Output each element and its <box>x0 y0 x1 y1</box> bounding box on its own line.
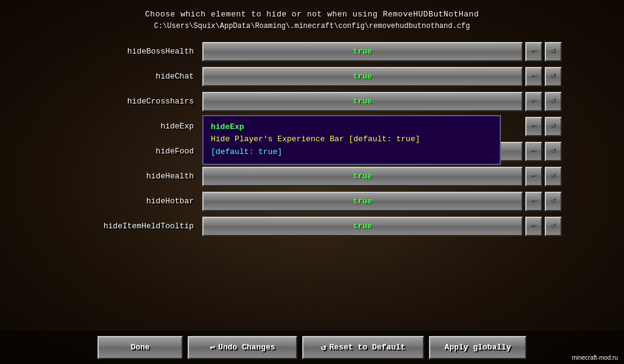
label-hidefood: hideFood <box>62 147 202 156</box>
tooltip-description: Hide Player's Experience Bar [default: t… <box>211 133 492 146</box>
reset-btn-hidebosshealth[interactable]: ↺ <box>545 42 562 61</box>
undo-label: Undo Changes <box>218 343 275 352</box>
setting-row-hideitemheldtooltip: hideItemHeldTooltip true ↩ ↺ <box>62 215 562 238</box>
value-text-hidecrosshairs: true <box>353 97 372 106</box>
label-hideitemheldtooltip: hideItemHeldTooltip <box>62 222 202 231</box>
value-btn-hidechat[interactable]: true <box>202 67 523 86</box>
setting-row-hidehealth: hideHealth true ↩ ↺ <box>62 165 562 188</box>
tooltip-popup: hideExp Hide Player's Experience Bar [de… <box>202 115 501 165</box>
header: Choose which element to hide or not when… <box>145 9 479 32</box>
setting-row-hidechat: hideChat true ↩ ↺ <box>62 65 562 88</box>
apply-globally-button[interactable]: Apply globally <box>429 336 526 359</box>
undo-btn-hidecrosshairs[interactable]: ↩ <box>525 92 542 111</box>
undo-btn-hideitemheldtooltip[interactable]: ↩ <box>525 217 542 236</box>
undo-btn-hidehealth[interactable]: ↩ <box>525 167 542 186</box>
setting-row-hidebosshealth: hideBossHealth true ↩ ↺ <box>62 40 562 63</box>
undo-btn-hidechat[interactable]: ↩ <box>525 67 542 86</box>
reset-btn-hideitemheldtooltip[interactable]: ↺ <box>545 217 562 236</box>
value-text-hidehotbar: true <box>353 197 372 206</box>
reset-btn-hidechat[interactable]: ↺ <box>545 67 562 86</box>
value-btn-hidecrosshairs[interactable]: true <box>202 92 523 111</box>
label-hideexp: hideExp <box>62 122 202 131</box>
main-container: Choose which element to hide or not when… <box>0 0 624 364</box>
undo-btn-hidebosshealth[interactable]: ↩ <box>525 42 542 61</box>
tooltip-default: [default: true] <box>211 146 492 159</box>
label-hidecrosshairs: hideCrosshairs <box>62 97 202 106</box>
reset-btn-hidefood[interactable]: ↺ <box>545 142 562 161</box>
value-btn-hidehealth[interactable]: true <box>202 167 523 186</box>
bottom-bar: Done ↩ Undo Changes ↺ Reset to Default A… <box>0 331 624 364</box>
setting-row-hidecrosshairs: hideCrosshairs true ↩ ↺ <box>62 90 562 113</box>
reset-btn-hidehealth[interactable]: ↺ <box>545 167 562 186</box>
settings-list: hideBossHealth true ↩ ↺ hideChat true ↩ … <box>62 40 562 238</box>
setting-row-hideexp: hideExp true ↩ ↺ hideExp Hide Player's E… <box>62 115 562 138</box>
value-btn-hidebosshealth[interactable]: true <box>202 42 523 61</box>
undo-icon: ↩ <box>210 342 214 352</box>
header-title: Choose which element to hide or not when… <box>145 9 479 21</box>
apply-label: Apply globally <box>444 343 511 352</box>
undo-changes-button[interactable]: ↩ Undo Changes <box>188 336 297 359</box>
setting-row-hidehotbar: hideHotbar true ↩ ↺ <box>62 190 562 213</box>
reset-label: Reset to Default <box>329 343 405 352</box>
label-hidechat: hideChat <box>62 72 202 81</box>
label-hidehealth: hideHealth <box>62 172 202 181</box>
undo-btn-hidefood[interactable]: ↩ <box>525 142 542 161</box>
value-text-hideitemheldtooltip: true <box>353 222 372 231</box>
done-label: Done <box>130 343 149 352</box>
label-hidebosshealth: hideBossHealth <box>62 47 202 56</box>
reset-default-button[interactable]: ↺ Reset to Default <box>302 336 424 359</box>
reset-btn-hideexp[interactable]: ↺ <box>545 117 562 136</box>
tooltip-title: hideExp <box>211 121 492 134</box>
value-btn-hidehotbar[interactable]: true <box>202 192 523 211</box>
value-text-hidechat: true <box>353 72 372 81</box>
value-text-hidebosshealth: true <box>353 47 372 56</box>
reset-icon: ↺ <box>321 342 326 352</box>
reset-btn-hidehotbar[interactable]: ↺ <box>545 192 562 211</box>
label-hidehotbar: hideHotbar <box>62 197 202 206</box>
value-btn-hideitemheldtooltip[interactable]: true <box>202 217 523 236</box>
undo-btn-hideexp[interactable]: ↩ <box>525 117 542 136</box>
value-text-hidehealth: true <box>353 172 372 181</box>
header-path: C:\Users\Squix\AppData\Roaming\.minecraf… <box>145 21 479 32</box>
undo-btn-hidehotbar[interactable]: ↩ <box>525 192 542 211</box>
done-button[interactable]: Done <box>98 336 183 359</box>
watermark: minecraft-mod.ru <box>569 354 620 362</box>
reset-btn-hidecrosshairs[interactable]: ↺ <box>545 92 562 111</box>
